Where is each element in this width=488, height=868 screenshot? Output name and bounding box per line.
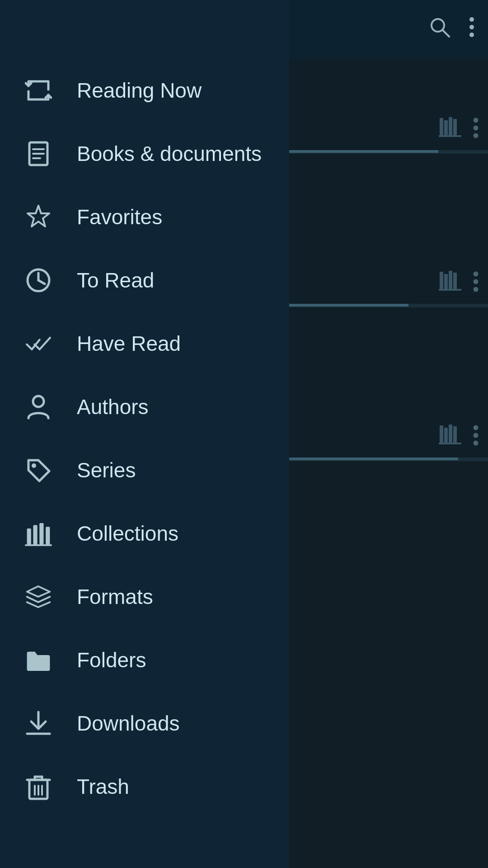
- svg-rect-12: [449, 117, 452, 135]
- sidebar-item-to-read[interactable]: To Read: [0, 249, 289, 312]
- sidebar-item-downloads[interactable]: Downloads: [0, 692, 289, 755]
- more-options-icon[interactable]: [469, 16, 474, 43]
- trash-icon: [23, 771, 54, 802]
- person-icon: [23, 391, 54, 423]
- tag-icon: [23, 454, 54, 486]
- svg-rect-27: [444, 428, 448, 443]
- svg-line-41: [38, 280, 45, 284]
- sidebar-item-label: Trash: [77, 774, 129, 799]
- svg-rect-30: [439, 443, 461, 444]
- download-icon: [23, 708, 54, 739]
- header-actions: [428, 16, 474, 43]
- sidebar-item-favorites[interactable]: Favorites: [0, 185, 289, 249]
- star-icon: [23, 201, 54, 233]
- layers-icon: [23, 581, 54, 613]
- svg-line-6: [442, 30, 449, 37]
- sidebar-item-label: Reading Now: [77, 78, 202, 103]
- sidebar-item-label: Series: [77, 458, 136, 482]
- svg-point-15: [474, 118, 479, 123]
- book-item: [289, 154, 488, 307]
- sidebar-item-label: To Read: [77, 268, 154, 292]
- sidebar-item-series[interactable]: Series: [0, 439, 289, 502]
- double-check-icon: [23, 328, 54, 359]
- book-shelf-icon: [439, 421, 464, 451]
- svg-rect-14: [439, 135, 461, 137]
- svg-rect-26: [440, 425, 443, 443]
- sidebar-item-folders[interactable]: Folders: [0, 628, 289, 692]
- svg-rect-28: [449, 425, 452, 443]
- book-more-icon[interactable]: [473, 424, 479, 451]
- sidebar-item-label: Formats: [77, 585, 153, 609]
- svg-point-17: [474, 133, 479, 138]
- svg-rect-10: [440, 118, 443, 135]
- svg-point-24: [474, 279, 479, 284]
- content-panel: [289, 0, 488, 868]
- svg-point-7: [469, 17, 474, 22]
- book-item: [289, 307, 488, 461]
- svg-rect-21: [453, 273, 457, 289]
- folder-icon: [23, 644, 54, 676]
- svg-point-23: [474, 272, 479, 277]
- progress-bar: [289, 150, 438, 153]
- clock-icon: [23, 264, 54, 296]
- book-shelf-icon: [439, 113, 464, 144]
- svg-marker-49: [27, 586, 50, 597]
- progress-bar: [289, 458, 458, 460]
- svg-rect-19: [444, 274, 448, 289]
- svg-rect-47: [46, 527, 50, 544]
- svg-point-32: [474, 433, 479, 438]
- sidebar-item-label: Downloads: [77, 711, 180, 736]
- svg-point-25: [474, 287, 479, 292]
- progress-bar-container: [289, 304, 488, 307]
- svg-rect-29: [453, 426, 457, 443]
- progress-bar: [289, 304, 408, 307]
- svg-point-9: [469, 33, 474, 37]
- svg-rect-44: [27, 528, 31, 544]
- sidebar-item-books-documents[interactable]: Books & documents: [0, 122, 289, 185]
- svg-rect-46: [39, 523, 43, 544]
- navigation-drawer: Reading Now Books & documents Favorites: [0, 0, 289, 868]
- svg-point-43: [32, 463, 36, 468]
- sidebar-item-label: Authors: [77, 395, 149, 419]
- book-shelf-icon: [439, 267, 464, 297]
- progress-bar-container: [289, 150, 488, 153]
- svg-rect-13: [453, 119, 457, 135]
- sidebar-item-reading-now[interactable]: Reading Now: [0, 59, 289, 122]
- repeat-icon: [23, 75, 54, 106]
- progress-bar-container: [289, 458, 488, 460]
- document-icon: [23, 138, 54, 170]
- sidebar-item-label: Collections: [77, 521, 178, 546]
- sidebar-item-label: Books & documents: [77, 142, 262, 166]
- sidebar-item-have-read[interactable]: Have Read: [0, 312, 289, 375]
- sidebar-item-trash[interactable]: Trash: [0, 755, 289, 818]
- svg-marker-38: [28, 206, 49, 226]
- svg-point-8: [469, 25, 474, 29]
- search-icon[interactable]: [428, 16, 451, 43]
- svg-rect-18: [440, 272, 443, 289]
- book-more-icon[interactable]: [473, 270, 479, 297]
- book-more-icon[interactable]: [473, 117, 479, 144]
- svg-point-42: [33, 396, 44, 407]
- sidebar-item-label: Favorites: [77, 205, 162, 229]
- svg-point-31: [474, 425, 479, 430]
- svg-rect-45: [33, 525, 37, 544]
- svg-point-16: [474, 126, 479, 131]
- collections-icon: [23, 518, 54, 549]
- svg-rect-22: [439, 289, 461, 291]
- svg-rect-11: [444, 120, 448, 135]
- sidebar-item-authors[interactable]: Authors: [0, 375, 289, 439]
- sidebar-item-label: Have Read: [77, 331, 181, 356]
- svg-point-33: [474, 441, 479, 446]
- sidebar-item-label: Folders: [77, 648, 146, 672]
- svg-rect-20: [449, 271, 452, 289]
- sidebar-item-formats[interactable]: Formats: [0, 565, 289, 628]
- sidebar-item-collections[interactable]: Collections: [0, 502, 289, 565]
